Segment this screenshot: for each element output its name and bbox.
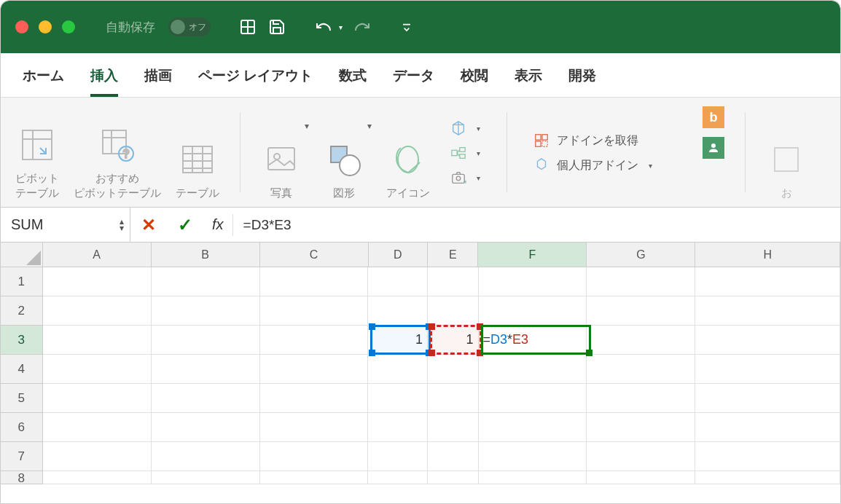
shapes-button[interactable]: 図形 xyxy=(324,106,364,200)
shapes-dropdown[interactable]: ▾ xyxy=(367,121,372,131)
col-header-G[interactable]: G xyxy=(587,243,695,267)
cell-H4[interactable] xyxy=(695,355,840,384)
cell-E3[interactable]: 1 xyxy=(428,326,479,355)
cell-B3[interactable] xyxy=(152,326,260,355)
confirm-formula-button[interactable]: ✓ xyxy=(167,208,203,242)
smartart-button[interactable]: ▾ xyxy=(445,142,486,164)
row-header-5[interactable]: 5 xyxy=(1,384,43,413)
cell-D7[interactable] xyxy=(368,442,427,471)
col-header-H[interactable]: H xyxy=(695,243,840,267)
cell-A3[interactable] xyxy=(43,326,152,355)
cell-C4[interactable] xyxy=(260,355,369,384)
row-header-8[interactable]: 8 xyxy=(1,471,43,484)
cell-E7[interactable] xyxy=(428,442,479,471)
cell-G7[interactable] xyxy=(587,442,695,471)
undo-dropdown[interactable]: ▾ xyxy=(339,23,343,31)
cell-C3[interactable] xyxy=(260,326,369,355)
cell-H6[interactable] xyxy=(695,413,840,442)
tab-draw[interactable]: 描画 xyxy=(144,66,172,97)
cell-C7[interactable] xyxy=(260,442,369,471)
cell-G1[interactable] xyxy=(587,267,695,296)
cell-A1[interactable] xyxy=(43,267,152,296)
cell-B5[interactable] xyxy=(152,384,260,413)
cell-C1[interactable] xyxy=(260,267,369,296)
maximize-window-button[interactable] xyxy=(62,20,75,34)
my-addins-button[interactable]: 個人用アドイン ▾ xyxy=(528,154,695,176)
cell-D6[interactable] xyxy=(368,413,427,442)
cell-E6[interactable] xyxy=(428,413,479,442)
cell-B4[interactable] xyxy=(152,355,260,384)
fx-icon[interactable]: fx xyxy=(203,216,232,233)
cell-E4[interactable] xyxy=(428,355,479,384)
home-icon[interactable] xyxy=(238,17,257,36)
cell-C6[interactable] xyxy=(260,413,369,442)
col-header-C[interactable]: C xyxy=(260,243,369,267)
row-header-4[interactable]: 4 xyxy=(1,355,43,384)
cell-G3[interactable] xyxy=(587,326,695,355)
people-graph-button[interactable] xyxy=(703,137,724,159)
col-header-E[interactable]: E xyxy=(428,243,479,267)
cell-H1[interactable] xyxy=(695,267,840,296)
customize-qat-icon[interactable] xyxy=(399,17,414,36)
cell-H2[interactable] xyxy=(695,296,840,326)
cell-D1[interactable] xyxy=(368,267,427,296)
col-header-A[interactable]: A xyxy=(43,243,152,267)
cell-F5[interactable] xyxy=(479,384,587,413)
cell-A5[interactable] xyxy=(43,384,152,413)
cancel-formula-button[interactable]: ✕ xyxy=(130,208,167,242)
undo-icon[interactable] xyxy=(314,17,333,36)
cell-E2[interactable] xyxy=(428,296,479,326)
row-header-1[interactable]: 1 xyxy=(1,267,43,296)
cell-F6[interactable] xyxy=(479,413,587,442)
tab-review[interactable]: 校閲 xyxy=(461,66,488,97)
cell-E5[interactable] xyxy=(428,384,479,413)
col-header-D[interactable]: D xyxy=(369,243,428,267)
cell-B2[interactable] xyxy=(152,296,260,326)
name-box-stepper[interactable]: ▴▾ xyxy=(120,218,124,231)
tab-formulas[interactable]: 数式 xyxy=(339,66,367,97)
cell-C5[interactable] xyxy=(260,384,369,413)
cell-B1[interactable] xyxy=(152,267,260,296)
cell-G2[interactable] xyxy=(587,296,695,326)
icons-button[interactable]: アイコン xyxy=(386,106,430,200)
cell-A6[interactable] xyxy=(43,413,152,442)
tab-home[interactable]: ホーム xyxy=(23,66,64,97)
cell-D5[interactable] xyxy=(368,384,427,413)
cell-A7[interactable] xyxy=(43,442,152,471)
formula-input[interactable]: =D3*E3 xyxy=(233,217,840,233)
bing-maps-button[interactable]: b xyxy=(703,106,724,128)
col-header-B[interactable]: B xyxy=(152,243,260,267)
cell-F2[interactable] xyxy=(479,296,587,326)
cell-D3[interactable]: 1 xyxy=(368,326,427,355)
save-icon[interactable] xyxy=(267,17,286,36)
table-button[interactable]: テーブル xyxy=(176,106,219,200)
3d-models-button[interactable]: ▾ xyxy=(445,117,486,139)
cell-F4[interactable] xyxy=(479,355,587,384)
tab-developer[interactable]: 開発 xyxy=(568,66,596,97)
close-window-button[interactable] xyxy=(15,20,28,34)
redo-icon[interactable] xyxy=(353,17,372,36)
cell-D4[interactable] xyxy=(368,355,427,384)
cell-G6[interactable] xyxy=(587,413,695,442)
pictures-button[interactable]: 写真 xyxy=(261,106,302,200)
name-box[interactable]: SUM ▴▾ xyxy=(1,208,130,242)
col-header-F[interactable]: F xyxy=(478,243,587,267)
cell-A4[interactable] xyxy=(43,355,152,384)
select-all-corner[interactable] xyxy=(1,243,43,267)
row-header-6[interactable]: 6 xyxy=(1,413,43,442)
minimize-window-button[interactable] xyxy=(39,20,52,34)
cell-H3[interactable] xyxy=(695,326,840,355)
cell-B7[interactable] xyxy=(152,442,260,471)
cell-F3[interactable]: =D3*E3 xyxy=(479,326,587,355)
cell-C2[interactable] xyxy=(260,296,369,326)
cell-F1[interactable] xyxy=(479,267,587,296)
cell-E1[interactable] xyxy=(428,267,479,296)
tab-page-layout[interactable]: ページ レイアウト xyxy=(198,66,313,97)
cell-H5[interactable] xyxy=(695,384,840,413)
tab-insert[interactable]: 挿入 xyxy=(90,66,118,97)
pivot-table-button[interactable]: ピボット テーブル xyxy=(15,106,59,200)
recommended-pivot-button[interactable]: ? おすすめ ピボットテーブル xyxy=(74,106,161,200)
row-header-7[interactable]: 7 xyxy=(1,442,43,471)
cell-F7[interactable] xyxy=(479,442,587,471)
screenshot-button[interactable]: + ▾ xyxy=(445,167,486,189)
